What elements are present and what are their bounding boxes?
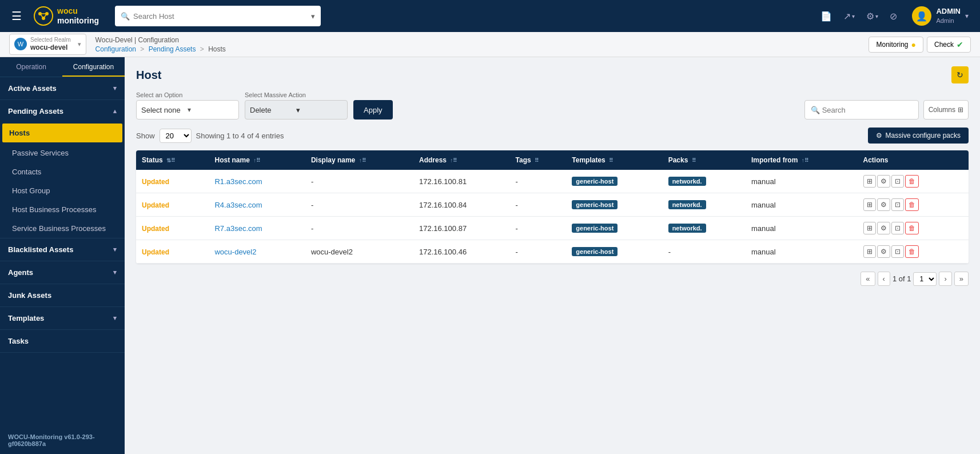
breadcrumb-sep2: > bbox=[200, 45, 204, 53]
configure-action-button[interactable]: ⚙ bbox=[877, 245, 890, 258]
sidebar-item-passive-services[interactable]: Passive Services bbox=[0, 144, 125, 162]
configure-action-button[interactable]: ⚙ bbox=[877, 222, 890, 234]
view-action-button[interactable]: ⊞ bbox=[863, 245, 876, 258]
tab-configuration[interactable]: Configuration bbox=[62, 57, 125, 77]
configure-action-button[interactable]: ⚙ bbox=[877, 198, 890, 211]
tags-sort-icon[interactable]: ⠿ bbox=[535, 157, 539, 164]
configure-action-button[interactable]: ⚙ bbox=[877, 175, 890, 188]
sidebar-item-service-bp[interactable]: Service Business Processes bbox=[0, 219, 125, 238]
cell-templates: generic-host bbox=[566, 240, 662, 264]
search-box[interactable]: 🔍 bbox=[804, 100, 919, 120]
breadcrumb-pending-link[interactable]: Pending Assets bbox=[149, 45, 196, 53]
settings-button[interactable]: ⚙ ▾ bbox=[863, 9, 882, 24]
apply-button[interactable]: Apply bbox=[353, 100, 393, 120]
search-host-chevron[interactable]: ▾ bbox=[311, 12, 315, 21]
sidebar-item-host-group[interactable]: Host Group bbox=[0, 181, 125, 200]
hamburger-button[interactable]: ☰ bbox=[7, 7, 26, 25]
sidebar: Operation Configuration Active Assets ▾ … bbox=[0, 57, 125, 454]
cell-status: Updated bbox=[136, 170, 209, 193]
sidebar-section-tasks: Tasks bbox=[0, 330, 125, 353]
show-select[interactable]: 10 20 50 100 bbox=[160, 129, 192, 143]
cell-status: Updated bbox=[136, 193, 209, 217]
columns-grid-icon: ⊞ bbox=[958, 106, 963, 114]
logo-icon bbox=[33, 6, 54, 26]
sidebar-section-templates-header[interactable]: Templates ▾ bbox=[0, 307, 125, 329]
delete-action-button[interactable]: 🗑 bbox=[905, 175, 919, 188]
copy-action-button[interactable]: ⊡ bbox=[891, 222, 904, 234]
pack-badge: networkd. bbox=[668, 224, 706, 233]
templates-sort-icon[interactable]: ⠿ bbox=[609, 157, 613, 164]
document-button[interactable]: 📄 bbox=[817, 9, 835, 24]
breadcrumb: Wocu-Devel | Configuration Configuration… bbox=[86, 36, 869, 53]
breadcrumb-path: Configuration > Pending Assets > Hosts bbox=[95, 45, 860, 53]
pack-badge: networkd. bbox=[668, 177, 706, 186]
realm-select[interactable]: W Selected Realm wocu-devel ▾ bbox=[9, 34, 86, 54]
sidebar-section-tasks-header[interactable]: Tasks bbox=[0, 330, 125, 352]
option-select-chevron-icon: ▾ bbox=[188, 106, 234, 114]
packs-sort-icon[interactable]: ⠿ bbox=[692, 157, 696, 164]
view-action-button[interactable]: ⊞ bbox=[863, 175, 876, 188]
cell-imported: manual bbox=[746, 217, 858, 240]
cell-packs: networkd. bbox=[663, 193, 746, 217]
tab-operation[interactable]: Operation bbox=[0, 57, 62, 77]
host-link[interactable]: wocu-devel2 bbox=[214, 248, 256, 256]
cell-displayname: wocu-devel2 bbox=[305, 240, 413, 264]
massive-action-select-group: Select Massive Action Delete ▾ bbox=[245, 91, 348, 120]
sidebar-item-hosts[interactable]: Hosts bbox=[2, 124, 122, 142]
search-input[interactable] bbox=[822, 106, 918, 114]
host-link[interactable]: R4.a3sec.com bbox=[214, 201, 262, 209]
address-sort-icon[interactable]: ↑⠿ bbox=[450, 157, 457, 164]
displayname-sort-icon[interactable]: ↑⠿ bbox=[359, 157, 366, 164]
delete-action-button[interactable]: 🗑 bbox=[905, 198, 919, 211]
cell-imported: manual bbox=[746, 193, 858, 217]
columns-button[interactable]: Columns ⊞ bbox=[923, 100, 969, 120]
sidebar-version: WOCU-Monitoring v61.0-293-gf0620b887a bbox=[0, 427, 125, 454]
check-button[interactable]: Check ✔ bbox=[927, 37, 971, 53]
massive-configure-button[interactable]: ⚙ Massive configure packs bbox=[868, 128, 969, 144]
host-link[interactable]: R1.a3sec.com bbox=[214, 177, 262, 186]
sidebar-section-blacklisted-header[interactable]: Blacklisted Assets ▾ bbox=[0, 238, 125, 261]
copy-action-button[interactable]: ⊡ bbox=[891, 198, 904, 211]
export-button[interactable]: ↗ ▾ bbox=[840, 9, 858, 24]
sidebar-item-contacts[interactable]: Contacts bbox=[0, 162, 125, 181]
copy-action-button[interactable]: ⊡ bbox=[891, 175, 904, 188]
monitoring-button[interactable]: Monitoring ● bbox=[869, 37, 923, 53]
monitoring-status-icon: ● bbox=[911, 40, 916, 49]
breadcrumb-config-link[interactable]: Configuration bbox=[95, 45, 136, 53]
view-action-button[interactable]: ⊞ bbox=[863, 222, 876, 234]
sidebar-item-host-bp[interactable]: Host Business Processes bbox=[0, 200, 125, 219]
pagination-next-button[interactable]: › bbox=[939, 272, 951, 286]
massive-action-chevron-icon: ▾ bbox=[296, 106, 342, 114]
sidebar-section-junk-header[interactable]: Junk Assets bbox=[0, 284, 125, 306]
slash-button[interactable]: ⊘ bbox=[886, 9, 901, 24]
option-select-dropdown[interactable]: Select none ▾ bbox=[136, 100, 239, 120]
imported-sort-icon[interactable]: ↑⠿ bbox=[802, 157, 808, 164]
col-actions: Actions bbox=[858, 150, 969, 170]
cell-address: 172.16.100.46 bbox=[413, 240, 510, 264]
pagination-last-button[interactable]: » bbox=[954, 272, 969, 286]
sidebar-section-agents-header[interactable]: Agents ▾ bbox=[0, 261, 125, 284]
check-status-icon: ✔ bbox=[957, 40, 963, 49]
pagination-page-select[interactable]: 1 bbox=[913, 272, 937, 286]
hostname-sort-icon[interactable]: ↑⠿ bbox=[253, 157, 260, 164]
host-link[interactable]: R7.a3sec.com bbox=[214, 224, 262, 233]
status-sort-icon[interactable]: ⇅⠿ bbox=[166, 157, 175, 164]
sidebar-section-junk: Junk Assets bbox=[0, 284, 125, 307]
status-badge: Updated bbox=[142, 248, 169, 256]
sidebar-section-pending-assets-header[interactable]: Pending Assets ▴ bbox=[0, 100, 125, 122]
pagination-first-button[interactable]: « bbox=[861, 272, 875, 286]
copy-action-button[interactable]: ⊡ bbox=[891, 245, 904, 258]
user-menu[interactable]: 👤 ADMIN Admin ▾ bbox=[907, 4, 973, 28]
user-role: Admin bbox=[936, 17, 961, 25]
delete-action-button[interactable]: 🗑 bbox=[905, 222, 919, 234]
sidebar-section-active-assets-header[interactable]: Active Assets ▾ bbox=[0, 77, 125, 99]
massive-action-dropdown[interactable]: Delete ▾ bbox=[245, 100, 348, 120]
delete-action-button[interactable]: 🗑 bbox=[905, 245, 919, 258]
search-host-input[interactable] bbox=[133, 12, 308, 21]
search-host-bar[interactable]: 🔍 ▾ bbox=[115, 6, 321, 26]
pagination-prev-button[interactable]: ‹ bbox=[878, 272, 890, 286]
table-row: UpdatedR1.a3sec.com-172.16.100.81-generi… bbox=[136, 170, 969, 193]
refresh-button[interactable]: ↻ bbox=[951, 66, 969, 83]
view-action-button[interactable]: ⊞ bbox=[863, 198, 876, 211]
cell-actions: ⊞⚙⊡🗑 bbox=[858, 193, 969, 217]
